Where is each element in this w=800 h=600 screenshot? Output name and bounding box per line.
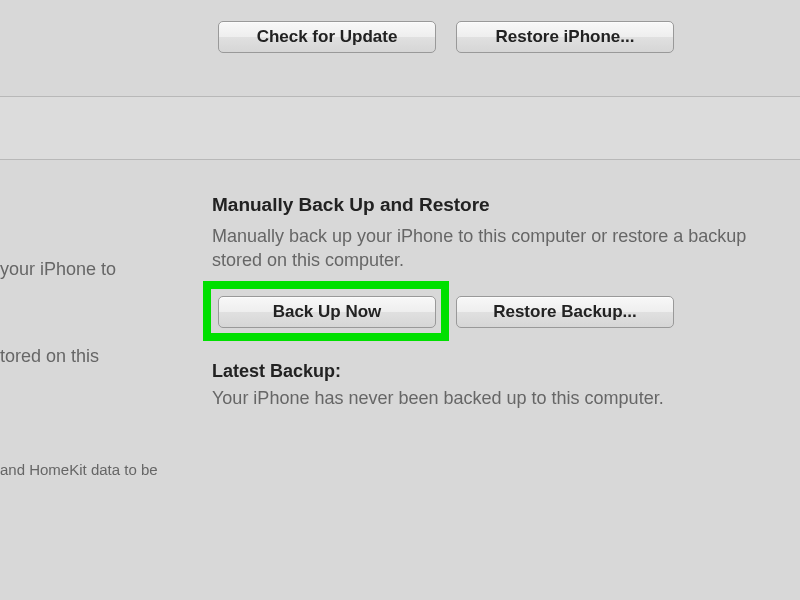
left-text-fragment-1: your iPhone to (0, 259, 116, 280)
backup-section-description: Manually back up your iPhone to this com… (212, 224, 772, 273)
latest-backup-title: Latest Backup: (212, 361, 341, 382)
check-for-update-button[interactable]: Check for Update (218, 21, 436, 53)
section-gap (0, 97, 800, 159)
latest-backup-text: Your iPhone has never been backed up to … (212, 388, 664, 409)
divider-bottom (0, 159, 800, 160)
back-up-now-button[interactable]: Back Up Now (218, 296, 436, 328)
left-text-fragment-3: and HomeKit data to be (0, 461, 158, 478)
restore-backup-button[interactable]: Restore Backup... (456, 296, 674, 328)
backup-section-title: Manually Back Up and Restore (212, 194, 490, 216)
restore-iphone-button[interactable]: Restore iPhone... (456, 21, 674, 53)
top-button-row: Check for Update Restore iPhone... (218, 21, 674, 53)
left-text-fragment-2: tored on this (0, 346, 99, 367)
